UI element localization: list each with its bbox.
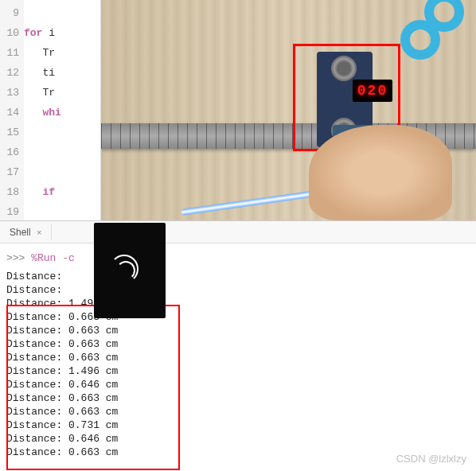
prompt-line: >>> %Run -c <box>6 251 470 265</box>
output-line: Distance: 1.496 cm <box>6 364 470 378</box>
output-line: Distance: 0.731 cm <box>6 418 470 432</box>
output-line: Distance: <box>6 283 470 297</box>
output-line: Distance: 0.663 cm <box>6 405 470 418</box>
line-number: 10 <box>0 23 19 43</box>
rfid-reader <box>94 223 166 318</box>
output-line: Distance: 0.663 cm <box>6 391 470 405</box>
hand <box>309 125 452 220</box>
output-line: Distance: 0.663 cm <box>6 310 470 324</box>
output-line: Distance: 0.663 cm <box>6 324 470 337</box>
line-number: 15 <box>0 123 19 142</box>
code-text[interactable]: for i Tr ti Tr whi if <box>24 0 100 220</box>
output-line: Distance: 0.663 cm <box>6 351 470 364</box>
shell-output[interactable]: >>> %Run -c Distance: Distance: Distance… <box>0 243 476 467</box>
sensor-transducer <box>331 56 357 81</box>
prompt-symbol: >>> <box>6 252 25 264</box>
line-number: 11 <box>0 43 19 63</box>
line-number: 12 <box>0 63 19 83</box>
output-line: Distance: <box>6 270 470 283</box>
run-command: %Run -c <box>31 252 75 264</box>
line-number: 19 <box>0 202 19 220</box>
line-number: 14 <box>0 103 19 123</box>
photo-overlay: 020 <box>101 0 476 220</box>
code-editor[interactable]: 9 10 11 12 13 14 15 16 17 18 19 for i Tr… <box>0 0 101 220</box>
led-display: 020 <box>353 80 392 102</box>
line-number-gutter: 9 10 11 12 13 14 15 16 17 18 19 <box>0 0 24 220</box>
nfc-icon <box>110 255 139 283</box>
output-line: Distance: 0.663 cm <box>6 337 470 351</box>
output-line: Distance: 1.496 cm <box>6 297 470 310</box>
shell-tab-bar: Shell × <box>0 221 476 243</box>
close-icon[interactable]: × <box>37 228 41 237</box>
watermark: CSDN @lzlxlzy <box>396 453 466 465</box>
line-number: 16 <box>0 142 19 162</box>
line-number: 13 <box>0 83 19 103</box>
output-line: Distance: 0.646 cm <box>6 378 470 391</box>
scissor-handle <box>400 20 440 60</box>
shell-tab[interactable]: Shell × <box>0 224 52 240</box>
line-number: 17 <box>0 162 19 182</box>
shell-panel: Shell × >>> %Run -c Distance: Distance: … <box>0 221 476 471</box>
shell-tab-label: Shell <box>10 227 31 238</box>
output-line: Distance: 0.646 cm <box>6 432 470 446</box>
line-number: 9 <box>0 3 19 23</box>
line-number: 18 <box>0 182 19 202</box>
